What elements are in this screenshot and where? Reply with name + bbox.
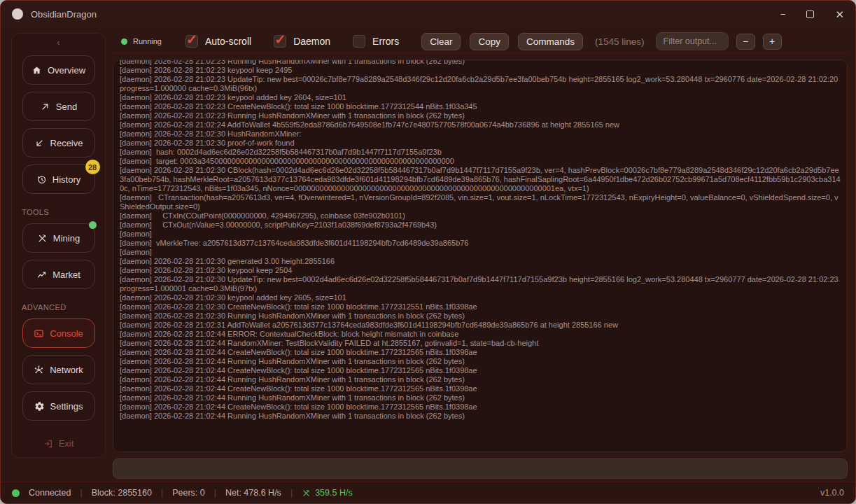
sidebar-item-label: Market — [52, 270, 80, 280]
block-height-label: Block: 2855160 — [92, 488, 152, 498]
log-line: [daemon] 2026-02-28 21:02:30 CBlock(hash… — [120, 166, 841, 193]
sidebar-item-history[interactable]: History28 — [22, 164, 95, 194]
checkbox-auto-scroll-label: Auto-scroll — [205, 36, 251, 47]
settings-icon — [34, 401, 45, 412]
app-title: ObsidianDragon — [31, 9, 97, 20]
statusbar-separator: | — [80, 488, 82, 498]
connection-status-dot — [12, 489, 20, 497]
checkbox-auto-scroll[interactable]: ✓Auto-scroll — [185, 35, 251, 48]
log-line: [daemon] — [120, 230, 841, 239]
sidebar-item-mining[interactable]: Mining — [22, 223, 95, 253]
running-status-label: Running — [133, 37, 162, 46]
sidebar-item-console[interactable]: Console — [22, 318, 95, 348]
maximize-icon[interactable] — [806, 10, 814, 18]
statusbar-separator: | — [161, 488, 163, 498]
history-icon — [36, 174, 47, 185]
log-line: [daemon] 2026-02-28 21:02:23 Running Hus… — [120, 59, 841, 66]
sidebar-item-label: Receive — [50, 138, 83, 148]
mining-icon — [37, 233, 48, 244]
sidebar-section-tools: TOOLS — [22, 208, 49, 216]
market-icon — [36, 270, 47, 280]
checkbox-errors-label: Errors — [372, 36, 399, 47]
log-line: [daemon] CTxOut(nValue=3.00000000, scrip… — [120, 220, 841, 230]
log-line: [daemon] 2026-02-28 21:02:30 CreateNewBl… — [120, 302, 841, 312]
log-line: [daemon] target: 0003a345000000000000000… — [120, 157, 841, 166]
sidebar: ‹ OverviewSendReceiveHistory28TOOLSMinin… — [11, 33, 106, 458]
log-line: [daemon] 2026-02-28 21:02:44 CreateNewBl… — [120, 366, 841, 375]
font-increase-button[interactable]: + — [763, 34, 782, 50]
receive-icon — [34, 138, 45, 148]
peers-label: Peers: 0 — [172, 488, 205, 498]
log-line: [daemon] 2026-02-28 21:02:44 Running Hus… — [120, 357, 841, 366]
exit-label: Exit — [59, 438, 74, 449]
log-line: [daemon] 2026-02-28 21:02:30 keypool kee… — [120, 266, 841, 275]
sidebar-item-receive[interactable]: Receive — [22, 128, 95, 158]
app-logo — [12, 8, 23, 20]
log-line: [daemon] 2026-02-28 21:02:30 HushRandomX… — [120, 130, 841, 139]
sidebar-item-settings[interactable]: Settings — [22, 391, 95, 421]
checkbox-errors[interactable]: ✓Errors — [353, 35, 399, 48]
log-line: [daemon] 2026-02-28 21:02:31 AddToWallet… — [120, 321, 841, 330]
log-line: [daemon] 2026-02-28 21:02:23 Running Hus… — [120, 111, 841, 120]
log-line: [daemon] vMerkleTree: a2057613d377c13764… — [120, 239, 841, 248]
send-icon — [40, 102, 50, 112]
filter-output-input[interactable] — [656, 32, 729, 50]
line-count-label: (1545 lines) — [595, 36, 645, 47]
checkbox-auto-scroll-box[interactable]: ✓ — [185, 35, 198, 48]
mining-active-dot — [89, 221, 97, 229]
log-line: [daemon] 2026-02-28 21:02:44 Running Hus… — [120, 375, 841, 384]
log-line: [daemon] 2026-02-28 21:02:30 proof-of-wo… — [120, 139, 841, 148]
sidebar-item-market[interactable]: Market — [22, 260, 95, 289]
log-line: [daemon] 2026-02-28 21:02:44 CreateNewBl… — [120, 402, 841, 412]
sidebar-item-network[interactable]: Network — [22, 355, 95, 384]
network-icon — [34, 365, 44, 375]
sidebar-item-label: Settings — [50, 401, 83, 412]
titlebar: ObsidianDragon − ✕ — [1, 1, 855, 27]
statusbar-separator: | — [290, 488, 293, 498]
log-line: [daemon] 2026-02-28 21:02:23 UpdateTip: … — [120, 75, 841, 93]
sidebar-item-label: Send — [56, 102, 77, 112]
sidebar-item-label: Mining — [53, 233, 80, 244]
home-icon — [31, 65, 42, 76]
log-line: [daemon] 2026-02-28 21:02:30 UpdateTip: … — [120, 275, 841, 293]
sidebar-collapse-icon[interactable]: ‹ — [57, 37, 59, 48]
running-status-dot — [121, 38, 127, 45]
exit-icon — [43, 439, 53, 449]
checkbox-errors-box[interactable]: ✓ — [353, 35, 365, 48]
sidebar-item-send[interactable]: Send — [22, 92, 95, 121]
commands-button[interactable]: Commands — [518, 33, 583, 50]
log-line: [daemon] hash: 0002d4ad6ec6d26e02d32258f… — [120, 148, 841, 157]
checkbox-daemon-box[interactable]: ✓ — [274, 35, 286, 48]
minimize-icon[interactable]: − — [780, 10, 786, 19]
log-line: [daemon] 2026-02-28 21:02:44 RandomXMine… — [120, 339, 841, 348]
checkbox-daemon-label: Daemon — [293, 36, 330, 47]
log-line: [daemon] 2026-02-28 21:02:23 CreateNewBl… — [120, 102, 841, 111]
log-line: [daemon] CTransaction(hash=a2057613d3, v… — [120, 193, 841, 211]
pickaxe-icon — [302, 489, 311, 498]
sidebar-section-advanced: ADVANCED — [22, 303, 66, 312]
network-hashrate-label: Net: 478.6 H/s — [225, 488, 281, 498]
sidebar-item-overview[interactable]: Overview — [22, 55, 95, 85]
font-decrease-button[interactable]: − — [736, 34, 755, 50]
statusbar-separator: | — [214, 488, 216, 498]
sidebar-item-label: Network — [50, 365, 83, 375]
close-icon[interactable]: ✕ — [835, 9, 844, 20]
log-line: [daemon] CTxIn(COutPoint(0000000000, 429… — [120, 211, 841, 220]
log-line: [daemon] 2026-02-28 21:02:30 Running Hus… — [120, 312, 841, 321]
check-icon: ✓ — [274, 31, 286, 48]
sidebar-item-exit[interactable]: Exit — [43, 438, 74, 449]
app-version-label: v1.0.0 — [820, 488, 844, 498]
log-line: [daemon] 2026-02-28 21:02:44 CreateNewBl… — [120, 348, 841, 357]
app-window: ObsidianDragon − ✕ ‹ OverviewSendReceive… — [0, 0, 856, 504]
clear-button[interactable]: Clear — [421, 33, 461, 50]
log-line: [daemon] 2026-02-28 21:02:44 Running Hus… — [120, 393, 841, 402]
log-line: [daemon] 2026-02-28 21:02:44 Running Hus… — [120, 412, 841, 421]
window-controls: − ✕ — [780, 9, 844, 20]
console-log-output[interactable]: [daemon] 2026-02-28 21:02:23 Running Hus… — [113, 59, 848, 452]
log-line: [daemon] 2026-02-28 21:02:23 keypool add… — [120, 93, 841, 102]
checkbox-daemon[interactable]: ✓Daemon — [274, 35, 330, 48]
console-command-input[interactable] — [113, 458, 848, 479]
toolbar-checkboxes: ✓Auto-scroll✓Daemon✓Errors — [185, 35, 421, 48]
copy-button[interactable]: Copy — [470, 33, 509, 50]
daemon-run-status: Running — [121, 37, 162, 46]
